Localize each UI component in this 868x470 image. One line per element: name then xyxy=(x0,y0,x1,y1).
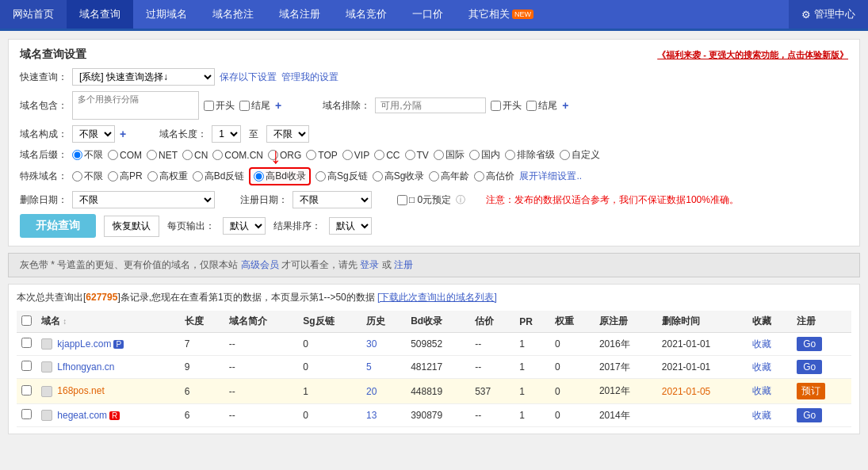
row-desc: -- xyxy=(224,379,298,404)
results-info: 本次总共查询出[627795]条记录,您现在在查看第1页的数据，本页显示第1--… xyxy=(17,291,851,304)
special-high-bd-backlink[interactable]: 高Bd反链 xyxy=(193,170,245,183)
delete-date-select[interactable]: 不限 xyxy=(72,191,215,208)
domain-length-min-select[interactable]: 1 xyxy=(212,125,241,143)
row-checkbox[interactable] xyxy=(21,385,32,395)
include-plus[interactable]: + xyxy=(275,99,281,112)
promo-link[interactable]: 《福利来袭 - 更强大的搜索功能，点击体验新版》 xyxy=(657,49,848,61)
history-link[interactable]: 5 xyxy=(366,361,372,373)
suffix-exclude-province[interactable]: 排除省级 xyxy=(505,148,555,162)
exclude-plus[interactable]: + xyxy=(562,99,568,112)
manage-settings-link[interactable]: 管理我的设置 xyxy=(281,71,338,84)
history-link[interactable]: 20 xyxy=(366,386,377,397)
special-domain-label: 特殊域名： xyxy=(20,170,67,183)
suffix-net[interactable]: NET xyxy=(147,150,178,161)
nav-domain-snatch[interactable]: 域名抢注 xyxy=(200,0,266,29)
row-collect: 收藏 xyxy=(748,356,792,379)
special-unlimited[interactable]: 不限 xyxy=(72,170,103,183)
start-check2[interactable]: 开头 xyxy=(491,99,522,113)
suffix-com[interactable]: COM xyxy=(108,150,142,161)
special-high-estimate[interactable]: 高估价 xyxy=(474,170,514,183)
start-check[interactable]: 开头 xyxy=(204,99,235,113)
results-tbody: kjappLe.comP 7 -- 0 30 509852 -- 1 0 201… xyxy=(17,333,851,427)
per-page-select[interactable]: 默认 20 50 100 xyxy=(223,217,266,235)
zero-yuan-check[interactable]: □ 0元预定 xyxy=(397,193,451,207)
special-high-weight[interactable]: 高权重 xyxy=(147,170,188,183)
domain-exclude-input[interactable] xyxy=(375,97,486,113)
collect-link[interactable]: 收藏 xyxy=(752,338,771,350)
domain-exclude-label: 域名排除： xyxy=(323,99,370,113)
download-link[interactable]: [下载此次查询出的域名列表] xyxy=(377,292,497,303)
nav-admin[interactable]: ⚙ 管理中心 xyxy=(789,0,868,29)
history-link[interactable]: 30 xyxy=(366,338,377,350)
go-button[interactable]: Go xyxy=(797,408,822,422)
suffix-org[interactable]: ORG xyxy=(268,150,301,161)
vip-link[interactable]: 高级会员 xyxy=(241,259,279,270)
domain-length-max-select[interactable]: 不限 xyxy=(266,125,309,143)
login-link[interactable]: 登录 xyxy=(360,259,379,270)
special-high-bd-index[interactable]: 高Bd收录 xyxy=(249,167,311,185)
register-link[interactable]: 注册 xyxy=(394,259,413,270)
end-check2[interactable]: 结尾 xyxy=(526,99,557,113)
nav-other[interactable]: 其它相关 NEW xyxy=(456,0,546,29)
collect-link[interactable]: 收藏 xyxy=(752,385,771,396)
domain-include-input[interactable] xyxy=(72,91,199,120)
special-high-age[interactable]: 高年龄 xyxy=(429,170,469,183)
domain-link[interactable]: Lfhongyan.cn xyxy=(57,361,114,373)
nav-expired-domain[interactable]: 过期域名 xyxy=(133,0,200,29)
sort-select[interactable]: 默认 xyxy=(329,217,372,235)
domain-link[interactable]: kjappLe.com xyxy=(57,338,111,350)
go-button[interactable]: Go xyxy=(797,337,822,351)
row-sg-backlink: 0 xyxy=(298,333,361,356)
nav-domain-register[interactable]: 域名注册 xyxy=(266,0,333,29)
suffix-radio-group: 不限 COM NET CN COM.CN ORG TOP VIP CC TV 国… xyxy=(72,148,600,162)
header-weight: 权重 xyxy=(550,311,595,333)
row-checkbox[interactable] xyxy=(21,361,32,371)
nav-domain-auction[interactable]: 域名竞价 xyxy=(333,0,400,29)
select-all-checkbox[interactable] xyxy=(21,315,32,326)
query-button[interactable]: 开始查询 xyxy=(20,214,96,238)
special-high-pr[interactable]: 高PR xyxy=(108,170,143,183)
domain-sort-icon[interactable]: ↕ xyxy=(63,317,67,326)
history-link[interactable]: 13 xyxy=(366,410,377,421)
suffix-comcn[interactable]: COM.CN xyxy=(212,150,263,161)
row-checkbox[interactable] xyxy=(21,409,32,419)
go-button[interactable]: Go xyxy=(797,360,822,374)
domain-link[interactable]: 168pos.net xyxy=(57,385,104,396)
suffix-intl[interactable]: 国际 xyxy=(434,148,465,162)
nav-domain-query[interactable]: 域名查询 xyxy=(67,0,133,29)
domain-structure-select[interactable]: 不限 xyxy=(72,125,115,143)
suffix-cc[interactable]: CC xyxy=(374,150,400,161)
reset-button[interactable]: 恢复默认 xyxy=(104,216,159,237)
table-header-row: 域名 ↕ 长度 域名简介 Sg反链 历史 Bd收录 估价 PR 权重 原注册 删… xyxy=(17,311,851,333)
structure-plus[interactable]: + xyxy=(120,128,126,140)
suffix-custom[interactable]: 自定义 xyxy=(560,148,600,162)
quick-query-select[interactable]: [系统] 快速查询选择↓ xyxy=(72,68,215,86)
row-delete-time: 2021-01-01 xyxy=(657,333,748,356)
preorder-button[interactable]: 预订 xyxy=(797,383,825,399)
special-radio-group: 不限 高PR 高权重 高Bd反链 高Bd收录 高Sg反链 高Sg收录 高年龄 高… xyxy=(72,167,582,185)
suffix-unlimited[interactable]: 不限 xyxy=(72,148,103,162)
header-pr: PR xyxy=(514,311,550,333)
special-high-sg-index[interactable]: 高Sg收录 xyxy=(373,170,425,183)
domain-link[interactable]: hegeat.com xyxy=(57,410,107,421)
suffix-domestic[interactable]: 国内 xyxy=(469,148,500,162)
nav-fixed-price[interactable]: 一口价 xyxy=(400,0,456,29)
suffix-top[interactable]: TOP xyxy=(306,150,337,161)
row-checkbox[interactable] xyxy=(21,338,32,348)
end-check[interactable]: 结尾 xyxy=(239,99,270,113)
collect-link[interactable]: 收藏 xyxy=(752,410,771,421)
expand-settings-link[interactable]: 展开详细设置.. xyxy=(519,170,582,183)
suffix-cn[interactable]: CN xyxy=(182,150,208,161)
nav-home[interactable]: 网站首页 xyxy=(0,0,67,29)
special-high-sg-backlink[interactable]: 高Sg反链 xyxy=(315,170,368,183)
settings-title-text: 域名查询设置 xyxy=(20,48,86,62)
domain-include-label: 域名包含： xyxy=(20,99,67,113)
action-row: 开始查询 恢复默认 每页输出： 默认 20 50 100 结果排序： 默认 xyxy=(20,214,848,238)
table-row: kjappLe.comP 7 -- 0 30 509852 -- 1 0 201… xyxy=(17,333,851,356)
collect-link[interactable]: 收藏 xyxy=(752,361,771,373)
register-date-select[interactable]: 不限 xyxy=(293,191,372,208)
suffix-tv[interactable]: TV xyxy=(405,150,429,161)
suffix-vip[interactable]: VIP xyxy=(342,150,369,161)
grey-banner-text2: 才可以看全，请先 xyxy=(281,259,358,270)
save-settings-link[interactable]: 保存以下设置 xyxy=(220,71,277,84)
